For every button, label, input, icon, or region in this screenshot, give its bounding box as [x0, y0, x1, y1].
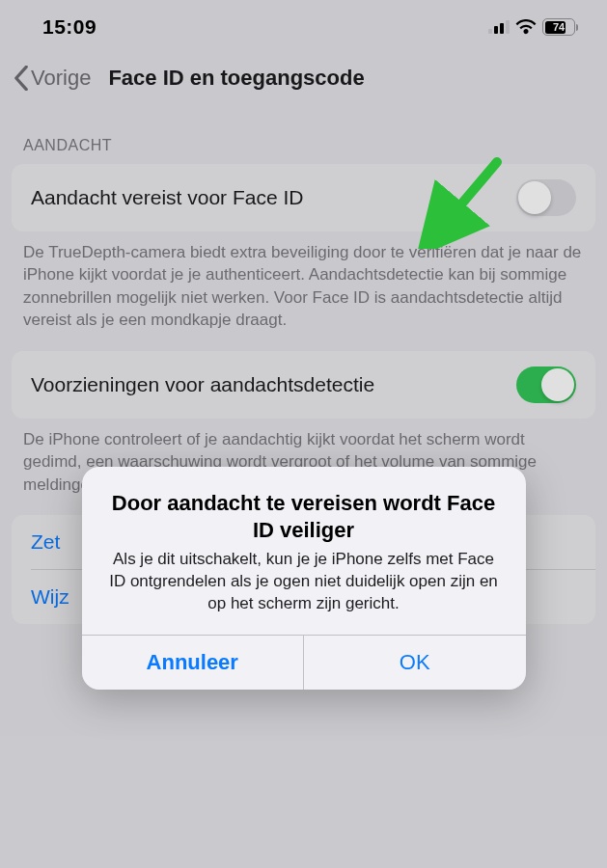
attention-features-toggle[interactable]: [516, 366, 576, 403]
back-label: Vorige: [31, 66, 91, 91]
alert-cancel-button[interactable]: Annuleer: [82, 636, 305, 690]
cellular-icon: [488, 20, 510, 34]
change-passcode-label: Wijz: [31, 585, 69, 609]
status-time: 15:09: [42, 15, 97, 39]
attention-features-cell[interactable]: Voorzieningen voor aandachtsdetectie: [12, 351, 595, 419]
chevron-left-icon: [14, 66, 29, 91]
navigation-bar: Vorige Face ID en toegangscode: [0, 48, 607, 106]
alert-message: Als je dit uitschakelt, kun je je iPhone…: [105, 549, 503, 615]
alert-title: Door aandacht te vereisen wordt Face ID …: [105, 490, 503, 543]
passcode-off-label: Zet: [31, 530, 60, 554]
attention-required-cell[interactable]: Aandacht vereist voor Face ID: [12, 164, 595, 231]
section-header-attention: AANDACHT: [0, 106, 607, 164]
attention-required-toggle[interactable]: [516, 179, 576, 216]
attention-required-label: Aandacht vereist voor Face ID: [31, 186, 303, 209]
section-footer-attention: De TrueDepth-camera biedt extra beveilig…: [0, 231, 607, 351]
battery-level: 74: [553, 21, 565, 33]
status-bar: 15:09 74: [0, 0, 607, 48]
alert-ok-button[interactable]: OK: [304, 636, 526, 690]
page-title: Face ID en toegangscode: [108, 66, 364, 91]
battery-icon: 74: [542, 18, 578, 36]
status-indicators: 74: [488, 18, 578, 36]
confirmation-alert: Door aandacht te vereisen wordt Face ID …: [82, 467, 526, 690]
attention-features-label: Voorzieningen voor aandachtsdetectie: [31, 373, 374, 396]
wifi-icon: [515, 19, 537, 35]
back-button[interactable]: Vorige: [10, 66, 91, 91]
